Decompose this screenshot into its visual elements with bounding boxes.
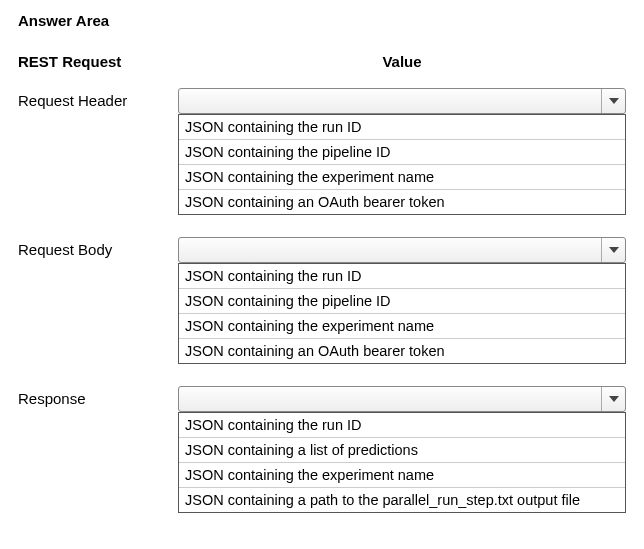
options-list-request-body: JSON containing the run ID JSON containi…: [178, 263, 626, 364]
option-item[interactable]: JSON containing the pipeline ID: [179, 288, 625, 313]
option-item[interactable]: JSON containing the experiment name: [179, 313, 625, 338]
label-request-body: Request Body: [18, 237, 178, 364]
dropdown-response[interactable]: [178, 386, 626, 412]
section-request-header: Request Header JSON containing the run I…: [18, 88, 626, 215]
chevron-down-icon: [601, 238, 625, 262]
option-item[interactable]: JSON containing the run ID: [179, 412, 625, 437]
dropdown-request-header[interactable]: [178, 88, 626, 114]
option-item[interactable]: JSON containing the experiment name: [179, 164, 625, 189]
option-item[interactable]: JSON containing a list of predictions: [179, 437, 625, 462]
options-list-request-header: JSON containing the run ID JSON containi…: [178, 114, 626, 215]
label-request-header: Request Header: [18, 88, 178, 215]
option-item[interactable]: JSON containing the experiment name: [179, 462, 625, 487]
options-list-response: JSON containing the run ID JSON containi…: [178, 412, 626, 513]
chevron-down-icon: [601, 89, 625, 113]
label-response: Response: [18, 386, 178, 513]
page-title: Answer Area: [18, 12, 626, 29]
option-item[interactable]: JSON containing the run ID: [179, 114, 625, 139]
value-block-response: JSON containing the run ID JSON containi…: [178, 386, 626, 513]
option-item[interactable]: JSON containing an OAuth bearer token: [179, 338, 625, 363]
option-item[interactable]: JSON containing a path to the parallel_r…: [179, 487, 625, 512]
dropdown-request-body[interactable]: [178, 237, 626, 263]
option-item[interactable]: JSON containing the run ID: [179, 263, 625, 288]
value-block-request-header: JSON containing the run ID JSON containi…: [178, 88, 626, 215]
option-item[interactable]: JSON containing an OAuth bearer token: [179, 189, 625, 214]
column-header-right: Value: [178, 53, 626, 70]
svg-marker-0: [609, 98, 619, 104]
column-header-row: REST Request Value: [18, 53, 626, 70]
svg-marker-2: [609, 396, 619, 402]
option-item[interactable]: JSON containing the pipeline ID: [179, 139, 625, 164]
section-request-body: Request Body JSON containing the run ID …: [18, 237, 626, 364]
value-block-request-body: JSON containing the run ID JSON containi…: [178, 237, 626, 364]
chevron-down-icon: [601, 387, 625, 411]
column-header-left: REST Request: [18, 53, 178, 70]
svg-marker-1: [609, 247, 619, 253]
section-response: Response JSON containing the run ID JSON…: [18, 386, 626, 513]
